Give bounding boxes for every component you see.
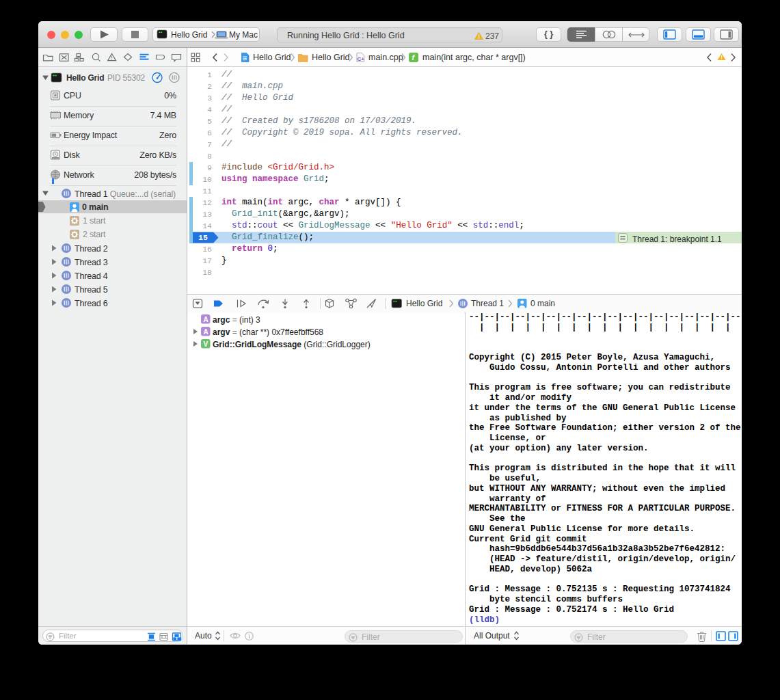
svg-text:Hello Grid: Hello Grid (253, 53, 291, 62)
svg-text:main.cpp: main.cpp (368, 53, 403, 62)
svg-text:Hello Grid: Hello Grid (171, 30, 207, 40)
svg-text:PID 55302: PID 55302 (107, 73, 145, 83)
svg-text:0 main: 0 main (530, 299, 555, 308)
svg-text:C+: C+ (358, 56, 365, 62)
svg-text:237: 237 (485, 31, 499, 40)
svg-text:main(int argc, char * argv[]): main(int argc, char * argv[]) (422, 53, 526, 62)
svg-text:My Mac: My Mac (229, 30, 258, 40)
svg-text:Hello Grid: Hello Grid (66, 73, 104, 83)
svg-text:A: A (203, 316, 208, 323)
svg-text:A: A (203, 328, 208, 336)
svg-text:Thread 1: Thread 1 (471, 299, 504, 308)
svg-text:V: V (203, 340, 208, 348)
svg-text:Hello Grid: Hello Grid (406, 299, 442, 308)
svg-text:Hello Grid: Hello Grid (312, 53, 350, 62)
